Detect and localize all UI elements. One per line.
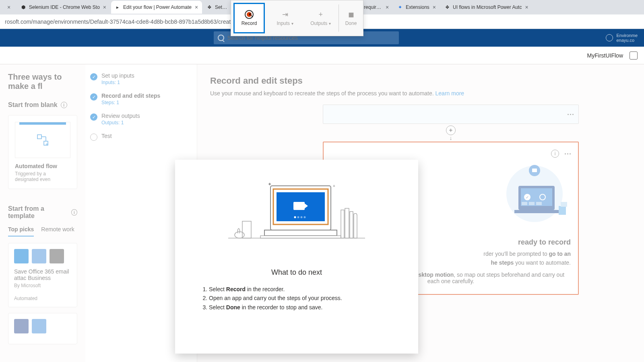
globe-icon <box>606 34 613 41</box>
stop-icon: ◼ <box>347 10 355 19</box>
what-to-do-modal: ✦ + What to do next Select Record in the… <box>175 160 418 354</box>
chat-icon[interactable] <box>630 51 638 60</box>
recorder-toolbar: Record ⇥ Inputs▾ + Outputs▾ ◼ Done <box>231 0 363 36</box>
circle-icon <box>90 134 97 141</box>
connector-icon <box>32 249 46 263</box>
main-desc: Use your mouse and keyboard to recreate … <box>210 90 631 97</box>
svg-text:✦: ✦ <box>268 181 272 187</box>
browser-tab[interactable]: ⬢Selenium IDE - Chrome Web Sto× <box>17 1 110 14</box>
svg-text:✓: ✓ <box>526 195 529 200</box>
learn-more-link[interactable]: Learn more <box>436 90 464 97</box>
close-icon[interactable]: × <box>524 4 529 10</box>
tab-top-picks[interactable]: Top picks <box>8 226 34 237</box>
svg-rect-11 <box>522 202 527 205</box>
template-card[interactable] <box>8 313 77 344</box>
svg-rect-33 <box>341 210 344 238</box>
page-title: Three ways to make a fl <box>8 72 77 91</box>
flow-icon: + <box>37 134 49 146</box>
favicon-flow: ▸ <box>114 4 121 10</box>
favicon-selenium: ⬢ <box>20 4 27 10</box>
svg-rect-23 <box>293 202 305 210</box>
browser-tab[interactable]: ❖UI flows in Microsoft Power Autc× <box>441 1 533 14</box>
connector-icon <box>14 319 29 333</box>
favicon-ms2: ❖ <box>444 4 450 10</box>
info-icon[interactable]: i <box>551 150 559 158</box>
tab-remote-work[interactable]: Remote work <box>41 226 74 237</box>
modal-illustration: ✦ + <box>199 172 394 252</box>
environment-picker[interactable]: Environmeenayu.co <box>606 33 638 43</box>
browser-tab[interactable]: requirem× <box>361 1 393 14</box>
favicon-ext: ✦ <box>397 4 403 10</box>
svg-rect-17 <box>559 206 566 215</box>
check-icon: ✓ <box>90 73 97 80</box>
svg-rect-34 <box>345 208 349 238</box>
template-card[interactable]: Save Office 365 email attac Business By … <box>8 243 77 307</box>
wizard-step[interactable]: ✓ Record and edit stepsSteps: 1 <box>90 93 192 105</box>
check-icon: ✓ <box>90 113 97 121</box>
close-icon[interactable]: × <box>194 4 199 10</box>
record-icon <box>245 10 254 19</box>
section-template: Start from a templatei <box>8 205 77 220</box>
left-pane: Three ways to make a fl Start from blank… <box>0 64 85 358</box>
check-icon: ✓ <box>90 93 97 101</box>
svg-point-26 <box>297 216 299 218</box>
svg-rect-31 <box>242 221 251 238</box>
search-icon <box>218 35 224 41</box>
chevron-down-icon: ▾ <box>329 21 331 26</box>
browser-tab[interactable]: ✦Extensions× <box>394 1 440 14</box>
svg-rect-29 <box>264 230 337 236</box>
outputs-button[interactable]: + Outputs▾ <box>303 0 339 36</box>
sub-header: MyFirstUIFlow <box>0 47 644 64</box>
main-title: Record and edit steps <box>210 76 631 86</box>
svg-rect-14 <box>514 210 559 213</box>
svg-rect-16 <box>532 169 537 172</box>
wizard-step[interactable]: ✓ Review outputsOutputs: 1 <box>90 113 192 125</box>
add-step-button[interactable]: + <box>446 125 456 135</box>
done-button[interactable]: ◼ Done <box>339 0 363 36</box>
inputs-icon: ⇥ <box>281 10 289 19</box>
inputs-button[interactable]: ⇥ Inputs▾ <box>267 0 303 36</box>
more-icon[interactable] <box>568 114 574 115</box>
close-icon[interactable]: × <box>6 4 11 10</box>
close-icon[interactable]: × <box>432 4 437 10</box>
flow-name: MyFirstUIFlow <box>587 52 623 59</box>
connector-icon <box>32 319 46 333</box>
close-icon[interactable]: × <box>385 4 390 10</box>
wizard-step[interactable]: Test <box>90 133 192 141</box>
wizard-step[interactable]: ✓ Set up inputsInputs: 1 <box>90 72 192 85</box>
outputs-icon: + <box>316 10 325 19</box>
modal-heading: What to do next <box>199 268 394 277</box>
info-icon[interactable]: i <box>71 209 77 216</box>
svg-text:+: + <box>333 184 335 188</box>
blank-flow-card[interactable]: + Automated flow Triggered by a designat… <box>8 115 77 189</box>
info-icon[interactable]: i <box>61 102 67 108</box>
browser-tab-active[interactable]: ▸Edit your flow | Power Automate× <box>111 1 202 14</box>
template-tabs: Top picks Remote work <box>8 226 77 237</box>
chevron-down-icon: ▾ <box>291 21 293 26</box>
connector-icon <box>50 249 64 263</box>
svg-rect-35 <box>350 212 353 238</box>
svg-rect-30 <box>260 236 341 238</box>
card-thumb: + <box>15 122 70 158</box>
svg-rect-13 <box>536 202 542 205</box>
more-icon[interactable] <box>565 153 571 154</box>
svg-rect-18 <box>561 202 567 207</box>
svg-text:+: + <box>45 142 48 146</box>
modal-steps: Select Record in the recorder. Open an a… <box>199 285 394 312</box>
step-bar[interactable] <box>323 105 579 124</box>
record-button[interactable]: Record <box>233 3 265 33</box>
svg-rect-0 <box>37 135 41 139</box>
close-icon[interactable]: × <box>102 4 107 10</box>
favicon-ms: ❖ <box>206 4 213 10</box>
svg-rect-12 <box>529 202 535 205</box>
svg-point-27 <box>301 216 303 218</box>
svg-point-25 <box>294 216 296 218</box>
browser-tab[interactable]: × <box>2 1 16 14</box>
browser-tab[interactable]: ❖Set up <box>203 1 231 14</box>
svg-point-28 <box>304 216 306 218</box>
connector-icon <box>14 249 29 263</box>
section-blank: Start from blanki <box>8 101 77 109</box>
